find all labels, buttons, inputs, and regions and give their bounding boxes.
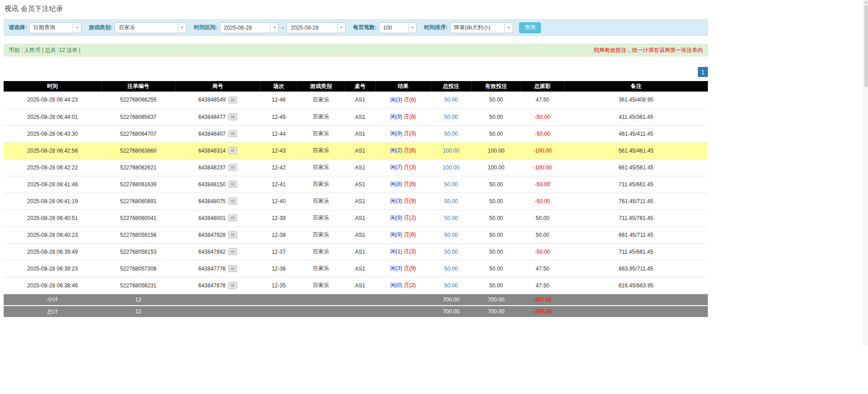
cell-bet-id: 522768057306 [101,260,175,277]
cell-time: 2025-08-28 06:39:49 [4,243,101,260]
total-bet-link[interactable]: 50.00 [444,181,458,188]
cell-payout: 50.00 [521,210,564,226]
round-id-text: 643848001 [198,215,226,221]
result-banker: 庄(6) [404,147,416,154]
cell-result: 闲(0) 庄(2) [375,277,431,294]
result-banker: 庄(9) [404,198,416,204]
cell-note: 661.45/711.45 [564,226,708,243]
total-bet-link[interactable]: 50.00 [444,282,458,289]
cards-icon[interactable] [228,147,237,154]
cell-note: 711.45/661.45 [564,176,708,193]
cell-note: 561.45/461.45 [564,142,708,159]
cell-game-type: 百家乐 [297,142,345,159]
cell-payout: 47.50 [521,277,564,294]
summary-valid-bet: 700.00 [471,294,521,306]
round-id-text: 643847928 [198,232,226,238]
total-bet-link[interactable]: 50.00 [444,131,458,137]
cards-icon[interactable] [228,164,237,171]
cell-time: 2025-08-28 06:41:48 [4,176,101,193]
cell-round-id: 643848001 [175,210,260,226]
total-bet-link[interactable]: 50.00 [444,249,458,255]
cell-table-no: AS1 [345,108,375,125]
cell-round-id: 643847842 [175,243,260,260]
total-bet-link[interactable]: 50.00 [444,232,458,238]
page-size-value: 100 [379,23,408,33]
scroll-up-arrow-icon[interactable]: ▲ [864,0,868,5]
search-button[interactable]: 查询 [519,22,541,33]
cell-round-id: 643847676 [175,277,260,294]
total-bet-link[interactable]: 100.00 [443,148,459,154]
total-bet-link[interactable]: 50.00 [444,266,458,272]
result-banker: 庄(2) [404,282,416,288]
cards-icon[interactable] [228,130,237,137]
cell-total-bet: 50.00 [431,92,471,108]
query-type-select[interactable]: 日期查询 ▾ [29,22,81,33]
total-bet-link[interactable]: 50.00 [444,215,458,221]
summary-empty-cell [375,306,431,317]
game-type-select[interactable]: 百家乐 ▾ [115,22,187,33]
cell-table-no: AS1 [345,226,375,243]
page-title: 视讯 会员下注纪录 [4,4,710,13]
cards-icon[interactable] [228,248,237,255]
result-player: 闲(2) [390,147,403,154]
cell-total-bet: 50.00 [431,108,471,125]
cell-payout: -50.00 [521,243,564,260]
cell-bet-id: 522768056231 [101,277,175,294]
total-bet-link[interactable]: 50.00 [444,114,458,120]
cell-session: 12-38 [260,226,297,243]
date-from-input[interactable]: 2025-08-28 ▾ [220,22,279,33]
cards-icon[interactable] [228,181,237,188]
cell-session: 12-42 [260,159,297,176]
scrollbar[interactable]: ▲ ▼ [863,0,868,345]
cell-bet-id: 522768062621 [101,159,175,176]
cell-total-bet: 50.00 [431,125,471,142]
cell-session: 12-35 [260,277,297,294]
result-player: 闲(3) [390,97,403,103]
cell-table-no: AS1 [345,142,375,159]
table-row: 2025-08-28 06:39:49522768058153643847842… [4,243,708,260]
cards-icon[interactable] [228,97,237,103]
date-to-input[interactable]: 2025-08-28 ▾ [287,22,346,33]
cell-total-bet: 50.00 [431,210,471,226]
cell-table-no: AS1 [345,125,375,142]
result-banker: 庄(3) [404,130,416,137]
cards-icon[interactable] [228,113,237,120]
cards-icon[interactable] [228,282,237,289]
total-bet-link[interactable]: 100.00 [443,164,459,171]
cell-game-type: 百家乐 [297,260,345,277]
sort-order-select[interactable]: 降幂(由大到小) ▾ [450,22,513,33]
result-player: 闲(9) [390,113,403,120]
cell-session: 12-37 [260,243,297,260]
result-player: 闲(8) [390,181,403,187]
cell-session: 12-43 [260,142,297,159]
page-button-1[interactable]: 1 [698,67,708,77]
cell-result: 闲(9) 庄(6) [375,226,431,243]
total-bet-link[interactable]: 50.00 [444,198,458,205]
result-player: 闲(9) [390,231,403,238]
page-size-input[interactable]: 100 ▾ [379,22,417,33]
cell-result: 闲(3) 庄(9) [375,260,431,277]
cell-time: 2025-08-28 06:39:23 [4,260,101,277]
cell-note: 761.45/711.45 [564,193,708,210]
cell-game-type: 百家乐 [297,193,345,210]
round-id-text: 643847676 [198,282,226,289]
cards-icon[interactable] [228,198,237,205]
date-to-value: 2025-08-28 [287,23,337,33]
table-row: 2025-08-28 06:44:01522768065637643848477… [4,108,708,125]
table-row: 2025-08-28 06:42:56522768063660643848314… [4,142,708,159]
column-header: 备注 [564,81,708,92]
cell-payout: 47.50 [521,92,564,108]
chevron-down-icon: ▾ [178,23,186,33]
cell-bet-id: 522768059156 [101,226,175,243]
cards-icon[interactable] [228,265,237,272]
cell-game-type: 百家乐 [297,210,345,226]
total-bet-link[interactable]: 50.00 [444,97,458,103]
cell-bet-id: 522768061639 [101,176,175,193]
page: 视讯 会员下注纪录 请选择: 日期查询 ▾ 游戏类别: 百家乐 ▾ 时间区间: … [0,0,710,345]
cards-icon[interactable] [228,215,237,221]
cell-valid-bet: 50.00 [471,176,521,193]
column-header: 游戏类别 [297,81,345,92]
cards-icon[interactable] [228,231,237,238]
round-id-text: 643847842 [198,249,226,255]
scrollbar-thumb[interactable] [864,5,868,87]
